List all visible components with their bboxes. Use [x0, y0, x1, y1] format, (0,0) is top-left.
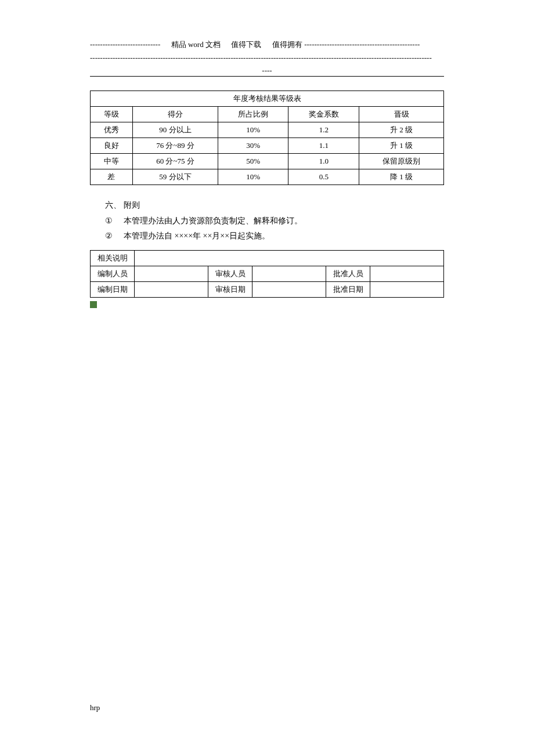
item-marker-1: ① — [105, 216, 113, 225]
table-cell: 60 分~75 分 — [132, 154, 218, 169]
table-cell: 59 分以下 — [132, 169, 218, 185]
header-line-3: ---- — [90, 66, 444, 77]
table-cell: 90 分以上 — [132, 122, 218, 138]
table-header: 得分 — [132, 107, 218, 122]
table-header: 晋级 — [359, 107, 444, 122]
table-header: 奖金系数 — [288, 107, 359, 122]
section-heading: 六、 附则 — [105, 198, 444, 214]
header-title-mid: 精品 word 文档 — [171, 40, 221, 49]
compile-date-value — [135, 281, 208, 297]
table-header: 所占比例 — [218, 107, 288, 122]
table-cell: 10% — [218, 169, 288, 185]
compile-date-label: 编制日期 — [91, 281, 135, 297]
approve-date-value — [370, 281, 444, 297]
header-dashes-center: ---- — [90, 66, 444, 77]
compiler-value — [135, 266, 208, 281]
table-row: 良好 76 分~89 分 30% 1.1 升 1 级 — [91, 138, 444, 154]
list-item-1: ① 本管理办法由人力资源部负责制定、解释和修订。 — [105, 214, 444, 229]
item-text-2: 本管理办法自 ××××年 ××月××日起实施。 — [124, 231, 270, 240]
table-row: 差 59 分以下 10% 0.5 降 1 级 — [91, 169, 444, 185]
header-dashes-left: ---------------------------- — [90, 40, 160, 49]
table-header-row: 等级 得分 所占比例 奖金系数 晋级 — [91, 107, 444, 122]
list-item-2: ② 本管理办法自 ××××年 ××月××日起实施。 — [105, 229, 444, 244]
table-row: 编制日期 审核日期 批准日期 — [91, 281, 444, 297]
item-marker-2: ② — [105, 231, 113, 240]
table-cell: 中等 — [91, 154, 133, 169]
table-header: 等级 — [91, 107, 133, 122]
table-cell: 保留原级别 — [359, 154, 444, 169]
table-row: 编制人员 审核人员 批准人员 — [91, 266, 444, 281]
table-title: 年度考核结果等级表 — [91, 91, 444, 107]
header-line-1: ---------------------------- 精品 word 文档 … — [90, 39, 444, 50]
compiler-label: 编制人员 — [91, 266, 135, 281]
reviewer-label: 审核人员 — [208, 266, 252, 281]
header-phrase-2: 值得拥有 — [272, 40, 302, 49]
table-cell: 优秀 — [91, 122, 133, 138]
table-row: 中等 60 分~75 分 50% 1.0 保留原级别 — [91, 154, 444, 169]
header-dashes-full: ----------------------------------------… — [90, 53, 432, 62]
approver-value — [370, 266, 444, 281]
explanation-label: 相关说明 — [91, 250, 135, 266]
explanation-blank — [135, 250, 444, 266]
table-cell: 升 2 级 — [359, 122, 444, 138]
table-title-row: 年度考核结果等级表 — [91, 91, 444, 107]
header-phrase-1: 值得下载 — [231, 40, 261, 49]
item-text-1: 本管理办法由人力资源部负责制定、解释和修订。 — [124, 216, 302, 225]
table-cell: 降 1 级 — [359, 169, 444, 185]
table-cell: 1.2 — [288, 122, 359, 138]
table-cell: 10% — [218, 122, 288, 138]
approve-date-label: 批准日期 — [326, 281, 370, 297]
reviewer-value — [252, 266, 326, 281]
table-cell: 差 — [91, 169, 133, 185]
approval-table: 相关说明 编制人员 审核人员 批准人员 编制日期 审核日期 批准日期 — [90, 250, 444, 298]
header-dashes-right: ----------------------------------------… — [304, 40, 420, 49]
table-cell: 30% — [218, 138, 288, 154]
table-cell: 50% — [218, 154, 288, 169]
table-row: 优秀 90 分以上 10% 1.2 升 2 级 — [91, 122, 444, 138]
header-line-2: ----------------------------------------… — [90, 53, 444, 63]
review-date-label: 审核日期 — [208, 281, 252, 297]
table-cell: 良好 — [91, 138, 133, 154]
table-cell: 1.0 — [288, 154, 359, 169]
table-cell: 升 1 级 — [359, 138, 444, 154]
footer-text: hrp — [90, 703, 100, 712]
table-row: 相关说明 — [91, 250, 444, 266]
review-date-value — [252, 281, 326, 297]
table-cell: 0.5 — [288, 169, 359, 185]
table-cell: 76 分~89 分 — [132, 138, 218, 154]
approver-label: 批准人员 — [326, 266, 370, 281]
appendix-section: 六、 附则 ① 本管理办法由人力资源部负责制定、解释和修订。 ② 本管理办法自 … — [105, 198, 444, 244]
grade-table: 年度考核结果等级表 等级 得分 所占比例 奖金系数 晋级 优秀 90 分以上 1… — [90, 91, 444, 185]
green-marker-icon — [90, 301, 97, 308]
table-cell: 1.1 — [288, 138, 359, 154]
